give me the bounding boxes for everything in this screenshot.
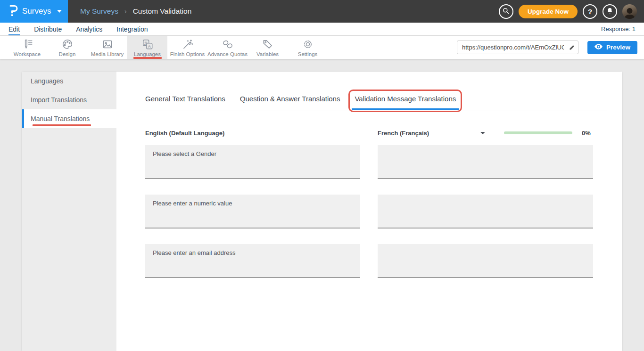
- toolbar-item-languages[interactable]: 文 A Languages: [127, 36, 167, 59]
- settings-icon: [302, 38, 314, 50]
- target-text-input-gender[interactable]: [378, 145, 593, 178]
- sidebar-item-label: Manual Translations: [31, 115, 90, 122]
- target-text-input-email[interactable]: [378, 244, 593, 277]
- sidebar-item-manual-translations[interactable]: Manual Translations: [22, 109, 116, 128]
- languages-icon: 文 A: [141, 38, 154, 50]
- design-icon: [61, 38, 74, 50]
- workspace-icon: [21, 38, 33, 50]
- target-text-box: [378, 195, 593, 229]
- nav-tab-label: Integration: [116, 25, 148, 33]
- nav-tab-label: Distribute: [34, 25, 62, 33]
- advance-quotas-icon: [222, 38, 234, 50]
- search-button[interactable]: [499, 4, 513, 19]
- translation-row: Please enter an email address: [145, 244, 622, 278]
- breadcrumb-parent[interactable]: My Surveys: [80, 7, 118, 16]
- toolbar-item-label: Workspace: [14, 51, 41, 57]
- translation-rows: Please select a Gender Please enter a nu…: [116, 145, 622, 278]
- question-mark-icon: ?: [588, 8, 592, 16]
- search-icon: [502, 7, 510, 16]
- toolbar-item-media-library[interactable]: Media Library: [87, 36, 127, 59]
- manual-translations-content: General Text Translations Question & Ans…: [116, 72, 622, 351]
- annotation-underline-manual-translations: [33, 124, 91, 126]
- notifications-button[interactable]: [603, 4, 617, 19]
- nav-tab-label: Analytics: [76, 25, 102, 33]
- tab-label: General Text Translations: [145, 95, 225, 103]
- section-nav: Edit Distribute Analytics Integration Re…: [0, 23, 644, 36]
- tab-validation-message-translations[interactable]: Validation Message Translations: [355, 95, 456, 109]
- pencil-icon: [569, 44, 575, 51]
- toolbar-item-label: Variables: [256, 51, 279, 57]
- top-bar: Surveys My Surveys › Custom Validation U…: [0, 0, 644, 23]
- variables-icon: [262, 38, 274, 50]
- toolbar-item-design[interactable]: Design: [47, 36, 87, 59]
- tab-label: Validation Message Translations: [355, 95, 456, 103]
- target-text-box: [378, 145, 593, 179]
- sidebar-item-languages[interactable]: Languages: [22, 72, 116, 90]
- source-text-email: Please enter an email address: [145, 244, 360, 278]
- upgrade-now-button[interactable]: Upgrade Now: [519, 5, 578, 18]
- product-switcher[interactable]: Surveys: [0, 0, 68, 23]
- sidebar-item-label: Languages: [31, 77, 63, 85]
- tab-general-text-translations[interactable]: General Text Translations: [145, 95, 225, 109]
- survey-url-box: [457, 41, 578, 54]
- dropdown-caret-icon[interactable]: [480, 132, 485, 134]
- source-text-gender: Please select a Gender: [145, 145, 360, 179]
- preview-button[interactable]: Preview: [587, 41, 637, 54]
- translation-row: Please enter a numeric value: [145, 195, 622, 229]
- sidebar-item-label: Import Translations: [31, 96, 87, 104]
- tab-label: Question & Answer Translations: [240, 95, 340, 103]
- nav-tab-integration[interactable]: Integration: [116, 23, 148, 35]
- product-name: Surveys: [22, 7, 51, 16]
- toolbar-item-label: Design: [59, 51, 76, 57]
- breadcrumb-current: Custom Validation: [133, 7, 192, 16]
- toolbar-item-workspace[interactable]: Workspace: [7, 36, 47, 59]
- nav-tab-distribute[interactable]: Distribute: [34, 23, 62, 35]
- edit-url-button[interactable]: [566, 44, 578, 51]
- toolbar-item-label: Settings: [298, 51, 318, 57]
- languages-panel: Languages Import Translations Manual Tra…: [22, 72, 622, 351]
- translation-tabs: General Text Translations Question & Ans…: [133, 95, 607, 111]
- preview-label: Preview: [606, 44, 630, 51]
- user-avatar[interactable]: [622, 4, 637, 19]
- translation-progress-bar: [504, 131, 572, 134]
- toolbar-item-finish-options[interactable]: Finish Options: [167, 36, 207, 59]
- toolbar-item-settings[interactable]: Settings: [288, 36, 328, 59]
- target-text-input-numeric[interactable]: [378, 195, 593, 228]
- language-header-row: English (Default Language) French (Franç…: [145, 128, 622, 138]
- toolbar-item-label: Media Library: [91, 51, 124, 57]
- toolbar-right: Preview: [457, 36, 644, 59]
- bell-icon: [606, 7, 613, 16]
- toolbar-item-variables[interactable]: Variables: [248, 36, 288, 59]
- translation-row: Please select a Gender: [145, 145, 622, 179]
- questionpro-logo-icon: [8, 4, 18, 18]
- active-tab-underline: [352, 108, 459, 110]
- chevron-down-icon: [57, 10, 62, 13]
- source-language-label: English (Default Language): [145, 130, 360, 137]
- nav-tab-analytics[interactable]: Analytics: [76, 23, 102, 35]
- nav-tab-label: Edit: [8, 25, 20, 33]
- media-library-icon: [101, 38, 114, 50]
- svg-text:A: A: [148, 44, 150, 49]
- breadcrumb-separator-icon: ›: [124, 8, 127, 15]
- nav-tab-edit[interactable]: Edit: [8, 23, 20, 35]
- toolbar-item-label: Finish Options: [170, 51, 205, 57]
- person-silhouette-icon: [622, 5, 637, 19]
- translation-progress-percent: 0%: [582, 130, 591, 137]
- target-language-select[interactable]: French (Français): [378, 130, 480, 137]
- source-text-numeric: Please enter a numeric value: [145, 195, 360, 229]
- target-text-box: [378, 244, 593, 278]
- translations-sidebar: Languages Import Translations Manual Tra…: [22, 72, 116, 351]
- target-language-header: French (Français) 0%: [378, 130, 593, 137]
- edit-toolbar: Workspace Design Media Library 文: [0, 36, 644, 59]
- eye-icon: [594, 44, 603, 51]
- toolbar-item-label: Advance Quotas: [207, 51, 248, 57]
- toolbar-item-label: Languages: [134, 51, 161, 57]
- sidebar-item-import-translations[interactable]: Import Translations: [22, 90, 116, 109]
- top-bar-actions: Upgrade Now ?: [499, 4, 644, 19]
- toolbar-item-advance-quotas[interactable]: Advance Quotas: [207, 36, 248, 59]
- survey-url-input[interactable]: [457, 44, 566, 51]
- tab-question-answer-translations[interactable]: Question & Answer Translations: [240, 95, 340, 109]
- response-count: Response: 1: [601, 25, 636, 33]
- annotation-underline-languages: [133, 57, 162, 59]
- help-button[interactable]: ?: [583, 4, 597, 19]
